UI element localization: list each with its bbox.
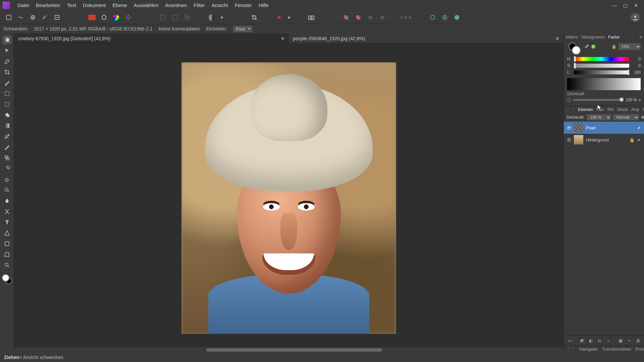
layer-delete-icon[interactable]: 🗑 — [635, 337, 641, 344]
layer-visible-check-icon[interactable]: ✔ — [637, 125, 641, 130]
crop-tool-icon[interactable] — [3, 68, 11, 76]
selection-subtract-icon[interactable] — [170, 13, 180, 22]
arrange-backward-icon[interactable] — [378, 13, 387, 22]
doc-tab-2-close-icon[interactable]: ✕ — [555, 36, 559, 41]
menu-ebene[interactable]: Ebene — [109, 0, 130, 11]
layer-add-icon[interactable]: ＋ — [626, 337, 633, 344]
mesh-tool-icon[interactable] — [3, 207, 11, 216]
move-tool-icon[interactable] — [3, 46, 11, 55]
layer-mask-icon[interactable]: ◩ — [579, 337, 586, 344]
layer-row-pixel[interactable]: ⦿ Pixel ✔ — [564, 122, 644, 134]
quickmask-dropdown-icon[interactable]: ▾ — [219, 13, 224, 22]
layer-lock-indicator-icon[interactable]: 🔒 — [629, 137, 634, 142]
doc-tab-1-close-icon[interactable]: ✕ — [281, 36, 285, 41]
colorpicker-tool-icon[interactable] — [3, 57, 11, 66]
menu-bearbeiten[interactable]: Bearbeiten — [33, 0, 64, 11]
layers-drag-icon[interactable]: ⋮⋮ — [566, 107, 575, 112]
arrange-front-icon[interactable] — [341, 13, 351, 22]
menu-datei[interactable]: Datei — [14, 0, 33, 11]
flood-tool-icon[interactable] — [3, 111, 11, 119]
horizontal-scrollbar[interactable] — [14, 347, 564, 353]
lightness-value[interactable]: 100 — [631, 70, 641, 75]
arrange-forward-icon[interactable] — [366, 13, 375, 22]
layer-name[interactable]: Pixel — [586, 125, 634, 130]
brush-tool-icon[interactable] — [3, 78, 11, 87]
snapshot-icon[interactable] — [307, 13, 316, 22]
assistant-dropdown-icon[interactable]: ▾ — [286, 13, 291, 22]
autocolor-icon[interactable] — [111, 13, 121, 22]
menu-ansicht[interactable]: Ansicht — [208, 0, 231, 11]
arrange-back-icon[interactable] — [354, 13, 363, 22]
tab-makro[interactable]: Makro — [566, 35, 578, 40]
tab-stile[interactable]: Stile — [642, 107, 644, 112]
close-button[interactable]: ✕ — [631, 3, 641, 8]
menu-fenster[interactable]: Fenster — [231, 0, 255, 11]
layer-row-hintergrund[interactable]: ⦿ Hintergrund 🔒 ✔ — [564, 134, 644, 146]
persona-develop-icon[interactable] — [28, 13, 38, 22]
selection-tool-icon[interactable] — [3, 89, 11, 98]
opacity-none-icon[interactable] — [567, 98, 571, 102]
blend-mode-select[interactable]: Normal — [613, 114, 639, 120]
units-select[interactable]: Pixel — [233, 26, 252, 32]
sync-icon[interactable] — [428, 13, 437, 22]
layer-thumbnail[interactable] — [574, 123, 583, 132]
color-opacity-slider[interactable] — [573, 99, 624, 101]
clone-tool-icon[interactable] — [3, 154, 11, 162]
selection-intersect-icon[interactable] — [182, 13, 192, 22]
tab-ebenen[interactable]: Ebenen — [578, 107, 593, 112]
layer-group-icon[interactable]: ▣ — [617, 337, 624, 344]
menu-text[interactable]: Text — [64, 0, 80, 11]
tab-protokoll[interactable]: Protokoll — [635, 347, 644, 352]
color-swatch-pair[interactable] — [2, 274, 12, 284]
saturation-slider[interactable]: S: 0 — [567, 63, 641, 68]
cloud-status-icon[interactable] — [452, 13, 462, 22]
color-opacity-dropdown-icon[interactable]: ▾ — [639, 98, 641, 102]
saturation-value[interactable]: 0 — [631, 63, 641, 68]
eyedropper-icon[interactable] — [584, 44, 589, 49]
layer-fx-icon[interactable]: fx — [596, 337, 603, 344]
horizontal-scroll-thumb[interactable] — [206, 348, 382, 352]
layer-visibility-icon[interactable]: ⦿ — [567, 137, 571, 142]
layer-visible-check-icon[interactable]: ✔ — [637, 137, 641, 142]
menu-auswaehlen[interactable]: Auswählen — [130, 0, 162, 11]
selection-add-icon[interactable] — [158, 13, 168, 22]
maximize-button[interactable]: ▢ — [620, 3, 631, 8]
cloud-add-icon[interactable] — [440, 13, 449, 22]
text-tool-icon[interactable] — [3, 218, 11, 227]
tab-stock[interactable]: Stock — [617, 107, 628, 112]
layer-thumbnail[interactable] — [574, 135, 583, 144]
autowhitebalance-icon[interactable] — [123, 13, 133, 22]
dodge-tool-icon[interactable] — [3, 186, 11, 194]
layer-visibility-icon[interactable]: ⦿ — [567, 125, 571, 130]
tab-anp[interactable]: Anp — [631, 107, 639, 112]
layer-settings-icon[interactable]: ⚙ — [641, 115, 644, 120]
bottom-drag-icon[interactable]: ⋮⋮ — [567, 347, 575, 352]
eraser-tool-icon[interactable] — [3, 175, 11, 184]
minimize-button[interactable]: — — [609, 3, 620, 8]
menu-hilfe[interactable]: Hilfe — [255, 0, 272, 11]
quickmask-icon[interactable] — [207, 13, 217, 22]
persona-photo-icon[interactable] — [4, 13, 13, 22]
shape-tool-icon[interactable] — [3, 229, 11, 237]
document-canvas[interactable] — [181, 62, 396, 334]
tab-navigator[interactable]: Navigator — [579, 347, 598, 352]
account-avatar-icon[interactable] — [631, 13, 640, 22]
crop-icon[interactable] — [250, 13, 259, 22]
doc-tab-2[interactable]: people-2583848_1920.jpg (42,8%) ✕ — [289, 34, 564, 43]
layer-adjust-icon[interactable]: ◐ — [588, 337, 594, 344]
hue-slider[interactable]: H: 0 — [567, 57, 641, 61]
persona-export-icon[interactable] — [52, 13, 62, 22]
canvas-area[interactable] — [14, 44, 564, 353]
persona-liquify-icon[interactable] — [16, 13, 25, 22]
gradient-tool-icon[interactable] — [3, 121, 11, 130]
layer-edit-icon[interactable]: ▭ — [567, 337, 573, 344]
color-panel-menu-icon[interactable]: ≡ — [639, 35, 642, 40]
zoom-tool-icon[interactable] — [3, 261, 11, 269]
assistant-icon[interactable] — [274, 13, 284, 22]
tab-farbe[interactable]: Farbe — [608, 35, 620, 40]
pen-tool-icon[interactable] — [3, 132, 11, 141]
accent-color-icon[interactable] — [87, 13, 97, 22]
layer-name[interactable]: Hintergrund — [586, 137, 627, 142]
tab-transformieren[interactable]: Transformieren — [602, 347, 632, 352]
color-panel-swatches[interactable] — [567, 43, 582, 55]
